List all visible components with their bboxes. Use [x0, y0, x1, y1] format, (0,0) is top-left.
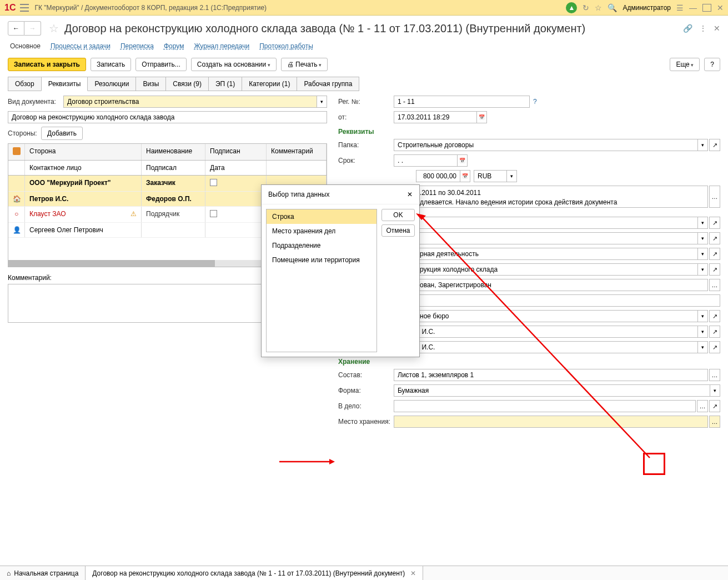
- print-button[interactable]: 🖨 Печать: [281, 58, 328, 71]
- status-input[interactable]: ован, Зарегистрирован: [416, 279, 708, 291]
- close-icon[interactable]: ✕: [714, 24, 720, 33]
- link-icon[interactable]: 🔗: [683, 24, 692, 33]
- term-date-button[interactable]: 📅: [458, 154, 468, 167]
- taskbar-home[interactable]: ⌂ Начальная страница: [0, 566, 86, 580]
- doc-name-input[interactable]: Договор на реконструкцию холодного склад…: [8, 111, 327, 123]
- calc-button[interactable]: 📅: [460, 170, 470, 182]
- signed-checkbox[interactable]: [210, 210, 217, 217]
- star-icon[interactable]: ☆: [49, 22, 59, 35]
- date-picker-button[interactable]: 📅: [477, 111, 487, 123]
- th-signer[interactable]: Подписал: [142, 161, 205, 175]
- create-based-button[interactable]: Создать на основании: [191, 58, 277, 71]
- th-contact[interactable]: Контактное лицо: [25, 161, 142, 175]
- folder-input[interactable]: Строительные договоры: [394, 139, 698, 151]
- dept-input[interactable]: ное бюро: [416, 310, 698, 322]
- home-icon: ⌂: [7, 569, 11, 577]
- storage-loc-input[interactable]: [394, 416, 708, 428]
- validity-note[interactable]: .2011 по 30.04.2011длевается. Начало вед…: [416, 186, 708, 208]
- subtab-categories[interactable]: Категории (1): [242, 77, 297, 91]
- doc-type-input[interactable]: Договор строительства: [63, 96, 317, 108]
- storage-loc-select-button[interactable]: …: [709, 416, 720, 428]
- type-option-storage[interactable]: Место хранения дел: [267, 224, 376, 238]
- nav-tab-forum[interactable]: Форум: [164, 42, 184, 50]
- prepared-input[interactable]: Петров И.С.: [394, 326, 698, 338]
- more-button[interactable]: Еще: [670, 58, 700, 71]
- folder-open-button[interactable]: ↗: [709, 139, 720, 151]
- search-icon[interactable]: 🔍: [607, 3, 617, 12]
- case-input[interactable]: [394, 400, 696, 412]
- modal-cancel-button[interactable]: Отмена: [381, 224, 415, 237]
- storage-loc-label: Место хранения:: [338, 418, 394, 426]
- composition-input[interactable]: Листов 1, экземпляров 1: [394, 369, 708, 381]
- activity-input[interactable]: рная деятельность: [416, 248, 698, 260]
- subject-input[interactable]: рукция холодного склада: [416, 263, 698, 276]
- svg-marker-1: [329, 459, 335, 464]
- requisites-header: Реквизиты: [338, 128, 720, 136]
- reg-no-input[interactable]: 1 - 11: [394, 96, 530, 108]
- modal-close-icon[interactable]: ✕: [407, 191, 413, 198]
- notification-bell-icon[interactable]: ▲: [566, 2, 577, 13]
- sum-input[interactable]: 800 000,00: [416, 170, 460, 182]
- subtab-visas[interactable]: Визы: [135, 77, 166, 91]
- field-input[interactable]: [416, 217, 698, 229]
- responsible-input[interactable]: Петров И.С.: [394, 341, 698, 353]
- currency-dropdown[interactable]: ▾: [507, 170, 517, 182]
- validity-edit-button[interactable]: …: [709, 186, 720, 208]
- tab-close-icon[interactable]: ✕: [410, 569, 416, 577]
- sub-tabs: Обзор Реквизиты Резолюции Визы Связи (9)…: [0, 77, 728, 91]
- type-option-dept[interactable]: Подразделение: [267, 238, 376, 253]
- help-button[interactable]: ?: [704, 58, 720, 71]
- currency-input[interactable]: RUB: [474, 170, 507, 182]
- send-button[interactable]: Отправить...: [135, 58, 187, 71]
- more-icon[interactable]: ⋮: [699, 24, 707, 33]
- folder-dropdown[interactable]: ▾: [698, 139, 708, 151]
- history-icon[interactable]: ↻: [583, 3, 589, 12]
- signed-checkbox[interactable]: [210, 179, 217, 186]
- th-date[interactable]: Дата: [205, 161, 267, 175]
- taskbar-document-tab[interactable]: Договор на реконструкцию холодного склад…: [86, 566, 423, 580]
- menu-icon[interactable]: [20, 4, 29, 12]
- building-icon: 🏠: [8, 192, 25, 206]
- minimize-icon[interactable]: —: [689, 3, 697, 12]
- form-input[interactable]: Бумажная: [394, 384, 710, 397]
- subtab-signatures[interactable]: ЭП (1): [208, 77, 242, 91]
- subtab-workgroup[interactable]: Рабочая группа: [297, 77, 359, 91]
- field-input[interactable]: [416, 294, 720, 307]
- user-label[interactable]: Администратор: [622, 4, 671, 12]
- th-party[interactable]: Сторона: [25, 144, 142, 160]
- help-icon[interactable]: ?: [533, 98, 537, 106]
- titlebar: 1C ГК "Меркурий" / Документооборот 8 КОР…: [0, 0, 728, 16]
- settings-icon[interactable]: ☰: [676, 3, 684, 12]
- th-name[interactable]: Наименование: [142, 144, 205, 160]
- nav-tab-protocol[interactable]: Протокол работы: [259, 42, 313, 50]
- nav-tab-processes[interactable]: Процессы и задачи: [51, 42, 111, 50]
- nav-tabs: Основное Процессы и задачи Переписка Фор…: [0, 39, 728, 56]
- subtab-requisites[interactable]: Реквизиты: [41, 77, 88, 91]
- nav-back-button[interactable]: ←: [8, 21, 24, 36]
- field-input[interactable]: [416, 232, 698, 244]
- reg-no-label: Рег. №:: [338, 98, 394, 106]
- maximize-icon[interactable]: [702, 4, 711, 12]
- th-signed[interactable]: Подписан: [205, 144, 267, 160]
- close-window-icon[interactable]: ✕: [717, 3, 724, 12]
- person-icon: 👤: [8, 223, 25, 237]
- nav-tab-main[interactable]: Основное: [10, 42, 41, 50]
- modal-ok-button[interactable]: OK: [381, 209, 415, 221]
- th-comment[interactable]: Комментарий: [267, 144, 327, 160]
- nav-tab-correspondence[interactable]: Переписка: [121, 42, 154, 50]
- subtab-overview[interactable]: Обзор: [8, 77, 42, 91]
- parties-label: Стороны:: [8, 129, 41, 137]
- term-input[interactable]: . .: [394, 154, 458, 167]
- type-select-dialog: Выбор типа данных ✕ Строка Место хранени…: [261, 184, 420, 357]
- date-input[interactable]: 17.03.2011 18:29: [394, 111, 477, 123]
- type-option-string[interactable]: Строка: [267, 209, 376, 224]
- save-close-button[interactable]: Записать и закрыть: [8, 58, 86, 71]
- type-option-room[interactable]: Помещение или территория: [267, 253, 376, 267]
- subtab-resolutions[interactable]: Резолюции: [87, 77, 136, 91]
- doc-type-dropdown[interactable]: ▾: [317, 96, 327, 108]
- nav-tab-transfer-log[interactable]: Журнал передачи: [194, 42, 249, 50]
- add-party-button[interactable]: Добавить: [41, 127, 83, 140]
- save-button[interactable]: Записать: [91, 58, 131, 71]
- favorite-icon[interactable]: ☆: [595, 3, 602, 12]
- subtab-links[interactable]: Связи (9): [165, 77, 209, 91]
